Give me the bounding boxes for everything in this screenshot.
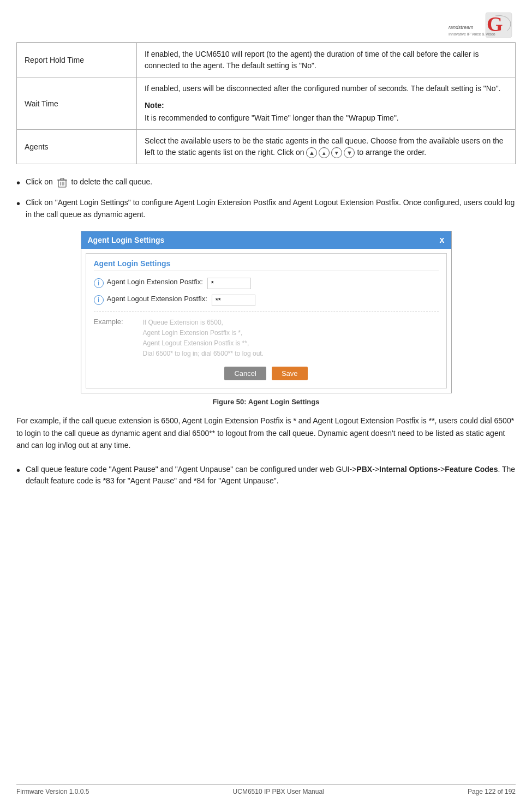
svg-text:Innovative IP Voice & Video: Innovative IP Voice & Video — [449, 32, 495, 36]
logo-area: G randstream Innovative IP Voice & Video — [445, 10, 516, 40]
wait-time-note-text: It is recommended to configure "Wait Tim… — [145, 112, 507, 124]
example-label: Example: — [94, 318, 138, 326]
bullet-dot-3: • — [16, 463, 20, 478]
agents-desc: Select the available users to be the sta… — [137, 130, 516, 164]
arrange-down-icon: ▼ — [344, 147, 355, 158]
info-icon-2: i — [94, 295, 104, 305]
body-paragraph: For example, if the call queue extension… — [16, 415, 516, 451]
arrange-up-small-icon: ▴ — [319, 147, 330, 158]
logout-postfix-input[interactable] — [212, 295, 255, 306]
dialog-titlebar: Agent Login Settings x — [81, 231, 451, 249]
svg-rect-6 — [61, 178, 64, 180]
dialog-inner: Agent Login Settings i Agent Login Exten… — [86, 253, 447, 389]
example-text: If Queue Extension is 6500,Agent Login E… — [143, 318, 264, 360]
footer-left: Firmware Version 1.0.0.5 — [16, 788, 89, 795]
example-section: Example: If Queue Extension is 6500,Agen… — [94, 318, 439, 360]
table-row-report-hold-time: Report Hold Time If enabled, the UCM6510… — [17, 43, 516, 77]
bullet-text-agent-login: Click on "Agent Login Settings" to confi… — [26, 197, 516, 220]
report-hold-time-label: Report Hold Time — [17, 43, 137, 77]
info-icon-1: i — [94, 278, 104, 288]
grandstream-logo: G randstream Innovative IP Voice & Video — [447, 11, 513, 39]
agents-label: Agents — [17, 130, 137, 164]
wait-time-label: Wait Time — [17, 77, 137, 130]
bullet-section: • Click on to delete the call queue. • C… — [16, 176, 516, 220]
bullet-section-2: • Call queue feature code "Agent Pause" … — [16, 464, 516, 487]
bullet-text-feature-code: Call queue feature code "Agent Pause" an… — [26, 464, 516, 487]
page-footer: Firmware Version 1.0.0.5 UCM6510 IP PBX … — [16, 784, 516, 795]
internal-options-bold: Internal Options — [379, 465, 438, 474]
footer-center: UCM6510 IP PBX User Manual — [233, 788, 324, 795]
bullet-text-delete: Click on to delete the call queue. — [26, 176, 516, 188]
report-hold-time-desc: If enabled, the UCM6510 will report (to … — [137, 43, 516, 77]
arrange-up-icon: ▲ — [306, 147, 317, 158]
agent-login-dialog: Agent Login Settings x Agent Login Setti… — [81, 231, 452, 394]
dialog-section-title: Agent Login Settings — [94, 259, 439, 271]
table-row-agents: Agents Select the available users to be … — [17, 130, 516, 164]
page-wrapper: G randstream Innovative IP Voice & Video… — [0, 0, 532, 802]
svg-text:randstream: randstream — [449, 25, 474, 30]
figure-caption: Figure 50: Agent Login Settings — [16, 398, 516, 406]
dialog-close-icon[interactable]: x — [440, 235, 445, 245]
pbx-bold: PBX — [356, 465, 372, 474]
dialog-field-row-login: i Agent Login Extension Postfix: — [94, 278, 439, 289]
feature-table: Report Hold Time If enabled, the UCM6510… — [16, 43, 516, 164]
wait-time-desc: If enabled, users will be disconnected a… — [137, 77, 516, 130]
footer-right: Page 122 of 192 — [468, 788, 516, 795]
dialog-field-row-logout: i Agent Logout Extension Postfix: — [94, 295, 439, 306]
login-postfix-label: Agent Login Extension Postfix: — [107, 278, 207, 286]
feature-codes-bold: Feature Codes — [445, 465, 498, 474]
cancel-button[interactable]: Cancel — [224, 367, 266, 380]
agents-desc-end: to arrange the order. — [357, 148, 426, 157]
table-row-wait-time: Wait Time If enabled, users will be disc… — [17, 77, 516, 130]
dialog-divider — [94, 312, 439, 312]
trash-icon — [57, 177, 68, 188]
bullet-dot-2: • — [16, 196, 20, 211]
wait-time-note-label: Note: — [145, 100, 507, 111]
bullet-item-feature-code: • Call queue feature code "Agent Pause" … — [16, 464, 516, 487]
header: G randstream Innovative IP Voice & Video — [16, 5, 516, 43]
bullet-item-agent-login: • Click on "Agent Login Settings" to con… — [16, 197, 516, 220]
login-postfix-input[interactable] — [207, 278, 251, 289]
dialog-title: Agent Login Settings — [88, 236, 165, 244]
bullet-item-delete: • Click on to delete the call queue. — [16, 176, 516, 190]
arrange-down-small-icon: ▾ — [331, 147, 342, 158]
save-button[interactable]: Save — [272, 367, 308, 380]
logout-postfix-label: Agent Logout Extension Postfix: — [107, 295, 212, 303]
dialog-btn-row: Cancel Save — [94, 367, 439, 380]
arrange-icons: ▲ ▴ ▾ ▼ — [306, 147, 355, 158]
bullet-dot-1: • — [16, 175, 20, 190]
